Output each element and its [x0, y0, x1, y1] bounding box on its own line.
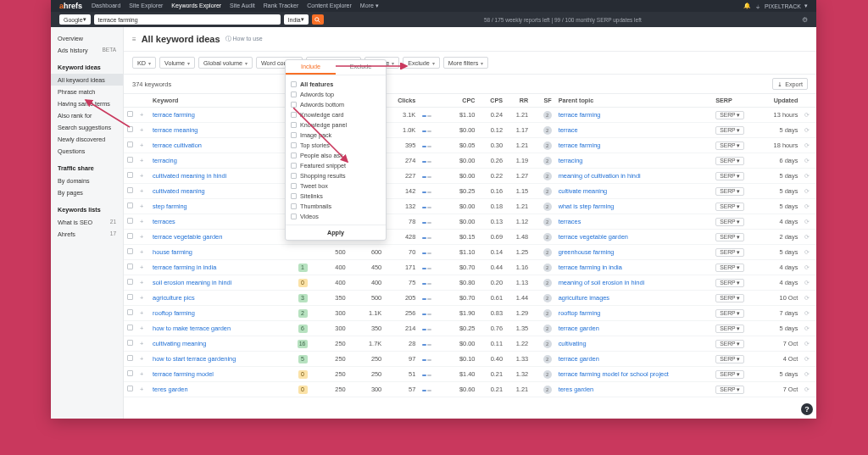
- serp-button[interactable]: SERP ▾: [712, 214, 757, 230]
- keyword-input[interactable]: terrace farming: [94, 14, 281, 25]
- keyword-cell[interactable]: how to start terrace gardening: [149, 352, 285, 367]
- refresh-button[interactable]: ⟳: [801, 123, 816, 138]
- sf-cell[interactable]: 2: [531, 169, 555, 184]
- row-checkbox[interactable]: [124, 123, 136, 138]
- sf-cell[interactable]: 2: [531, 123, 555, 138]
- filter-more-filters[interactable]: More filters: [443, 57, 489, 69]
- parent-topic-cell[interactable]: cultivate meaning: [555, 184, 712, 199]
- keyword-cell[interactable]: agriculture pics: [149, 291, 285, 306]
- row-add[interactable]: +: [136, 138, 149, 153]
- sf-cell[interactable]: 2: [531, 367, 555, 382]
- row-add[interactable]: +: [136, 245, 149, 260]
- engine-select[interactable]: Google ▾: [59, 14, 91, 25]
- refresh-button[interactable]: ⟳: [801, 184, 816, 199]
- menu-icon[interactable]: ≡: [132, 36, 136, 43]
- export-button[interactable]: ⤓ Export: [772, 78, 808, 90]
- row-add[interactable]: +: [136, 275, 149, 291]
- parent-topic-cell[interactable]: terrace garden: [555, 352, 712, 367]
- dropdown-option[interactable]: Featured snippet: [291, 160, 381, 170]
- dropdown-tab-include[interactable]: Include: [286, 60, 336, 75]
- serp-button[interactable]: SERP ▾: [712, 230, 757, 245]
- refresh-button[interactable]: ⟳: [801, 199, 816, 214]
- row-add[interactable]: +: [136, 123, 149, 138]
- nav-item[interactable]: Dashboard: [92, 3, 120, 8]
- parent-topic-cell[interactable]: rooftop farming: [555, 306, 712, 321]
- serp-button[interactable]: SERP ▾: [712, 306, 757, 321]
- keyword-cell[interactable]: step farming: [149, 199, 285, 214]
- serp-button[interactable]: SERP ▾: [712, 275, 757, 291]
- sf-cell[interactable]: 2: [531, 352, 555, 367]
- row-checkbox[interactable]: [124, 260, 136, 275]
- serp-button[interactable]: SERP ▾: [712, 260, 757, 275]
- refresh-button[interactable]: ⟳: [801, 138, 816, 153]
- parent-topic-cell[interactable]: what is step farming: [555, 199, 712, 214]
- sidebar-item[interactable]: Having same terms: [51, 97, 123, 109]
- sf-cell[interactable]: 2: [531, 230, 555, 245]
- dropdown-option[interactable]: Knowledge panel: [291, 119, 381, 130]
- sf-cell[interactable]: 2: [531, 306, 555, 321]
- refresh-button[interactable]: ⟳: [801, 291, 816, 306]
- dropdown-option[interactable]: Thumbnails: [291, 201, 381, 211]
- table-header[interactable]: CPC: [444, 94, 478, 108]
- parent-topic-cell[interactable]: greenhouse farming: [555, 245, 712, 260]
- refresh-button[interactable]: ⟳: [801, 275, 816, 291]
- sf-cell[interactable]: 2: [531, 108, 555, 123]
- keyword-cell[interactable]: house farming: [149, 245, 285, 260]
- row-checkbox[interactable]: [124, 275, 136, 291]
- parent-topic-cell[interactable]: teres garden: [555, 382, 712, 397]
- row-add[interactable]: +: [136, 336, 149, 352]
- parent-topic-cell[interactable]: terracing: [555, 153, 712, 169]
- keyword-cell[interactable]: cultivating meaning: [149, 336, 285, 352]
- row-add[interactable]: +: [136, 184, 149, 199]
- keyword-cell[interactable]: terrace farming: [149, 108, 285, 123]
- row-checkbox[interactable]: [124, 352, 136, 367]
- sf-cell[interactable]: 2: [531, 336, 555, 352]
- sidebar-item[interactable]: Questions: [51, 145, 123, 157]
- row-checkbox[interactable]: [124, 138, 136, 153]
- dropdown-option[interactable]: Tweet box: [291, 180, 381, 191]
- refresh-button[interactable]: ⟳: [801, 382, 816, 397]
- sidebar-item-overview[interactable]: Overview: [51, 32, 123, 44]
- dropdown-option[interactable]: Shopping results: [291, 170, 381, 180]
- keyword-cell[interactable]: terrace cultivation: [149, 138, 285, 153]
- dropdown-option[interactable]: Adwords bottom: [291, 99, 381, 109]
- parent-topic-cell[interactable]: terrace farming: [555, 138, 712, 153]
- parent-topic-cell[interactable]: terrace farming model for school project: [555, 367, 712, 382]
- row-checkbox[interactable]: [124, 214, 136, 230]
- sidebar-item[interactable]: All keyword ideas: [51, 74, 123, 86]
- serp-button[interactable]: SERP ▾: [712, 291, 757, 306]
- parent-topic-cell[interactable]: terrace garden: [555, 321, 712, 336]
- keyword-cell[interactable]: terrace farming in india: [149, 260, 285, 275]
- filter-exclude[interactable]: Exclude: [403, 57, 440, 69]
- row-checkbox[interactable]: [124, 336, 136, 352]
- refresh-button[interactable]: ⟳: [801, 230, 816, 245]
- serp-button[interactable]: SERP ▾: [712, 108, 757, 123]
- refresh-button[interactable]: ⟳: [801, 321, 816, 336]
- dropdown-option[interactable]: Top stories: [291, 140, 381, 150]
- filter-global-volume[interactable]: Global volume: [198, 57, 253, 69]
- sf-cell[interactable]: 2: [531, 245, 555, 260]
- row-checkbox[interactable]: [124, 184, 136, 199]
- row-add[interactable]: +: [136, 199, 149, 214]
- sidebar-item[interactable]: By domains: [51, 175, 123, 186]
- table-header[interactable]: Parent topic: [555, 94, 712, 108]
- refresh-button[interactable]: ⟳: [801, 169, 816, 184]
- row-checkbox[interactable]: [124, 169, 136, 184]
- row-checkbox[interactable]: [124, 291, 136, 306]
- sidebar-item-ads-history[interactable]: Ads historyBETA: [51, 44, 123, 56]
- serp-button[interactable]: SERP ▾: [712, 367, 757, 382]
- sf-cell[interactable]: 2: [531, 153, 555, 169]
- row-add[interactable]: +: [136, 291, 149, 306]
- keyword-cell[interactable]: cultivated meaning in hindi: [149, 169, 285, 184]
- nav-item[interactable]: Content Explorer: [307, 3, 352, 8]
- parent-topic-cell[interactable]: terrace farming in india: [555, 260, 712, 275]
- dropdown-option[interactable]: People also ask: [291, 150, 381, 160]
- serp-button[interactable]: SERP ▾: [712, 184, 757, 199]
- parent-topic-cell[interactable]: meaning of soil erosion in hindi: [555, 275, 712, 291]
- sidebar-item[interactable]: Phrase match: [51, 86, 123, 97]
- nav-item[interactable]: Site Explorer: [129, 3, 163, 8]
- sidebar-item[interactable]: Also rank for: [51, 109, 123, 121]
- serp-button[interactable]: SERP ▾: [712, 245, 757, 260]
- table-header[interactable]: RR: [506, 94, 531, 108]
- search-button[interactable]: [312, 14, 324, 25]
